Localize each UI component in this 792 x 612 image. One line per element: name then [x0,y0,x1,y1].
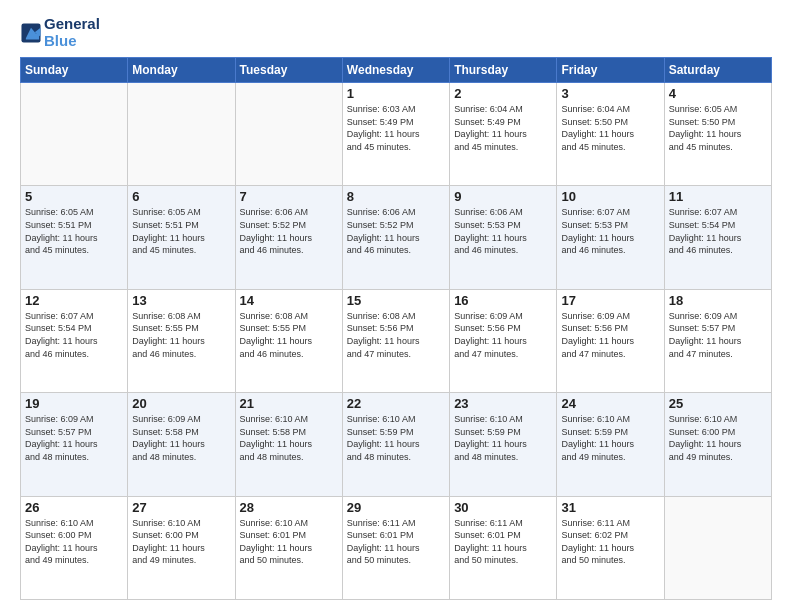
weekday-header-saturday: Saturday [664,58,771,83]
weekday-header-friday: Friday [557,58,664,83]
day-info: Sunrise: 6:11 AM Sunset: 6:01 PM Dayligh… [347,517,445,567]
header: General Blue [20,16,772,49]
calendar-cell [21,83,128,186]
day-info: Sunrise: 6:06 AM Sunset: 5:53 PM Dayligh… [454,206,552,256]
calendar-cell: 28Sunrise: 6:10 AM Sunset: 6:01 PM Dayli… [235,496,342,599]
calendar-cell: 11Sunrise: 6:07 AM Sunset: 5:54 PM Dayli… [664,186,771,289]
day-info: Sunrise: 6:10 AM Sunset: 5:59 PM Dayligh… [561,413,659,463]
calendar-cell: 4Sunrise: 6:05 AM Sunset: 5:50 PM Daylig… [664,83,771,186]
day-number: 16 [454,293,552,308]
day-number: 27 [132,500,230,515]
day-info: Sunrise: 6:10 AM Sunset: 5:59 PM Dayligh… [347,413,445,463]
weekday-header-wednesday: Wednesday [342,58,449,83]
day-number: 1 [347,86,445,101]
calendar-cell: 8Sunrise: 6:06 AM Sunset: 5:52 PM Daylig… [342,186,449,289]
calendar-cell: 30Sunrise: 6:11 AM Sunset: 6:01 PM Dayli… [450,496,557,599]
day-number: 5 [25,189,123,204]
calendar-week-3: 12Sunrise: 6:07 AM Sunset: 5:54 PM Dayli… [21,289,772,392]
calendar-cell: 29Sunrise: 6:11 AM Sunset: 6:01 PM Dayli… [342,496,449,599]
weekday-header-row: SundayMondayTuesdayWednesdayThursdayFrid… [21,58,772,83]
day-number: 9 [454,189,552,204]
page: General Blue SundayMondayTuesdayWednesda… [0,0,792,612]
calendar-cell: 15Sunrise: 6:08 AM Sunset: 5:56 PM Dayli… [342,289,449,392]
day-info: Sunrise: 6:05 AM Sunset: 5:51 PM Dayligh… [25,206,123,256]
calendar-cell: 26Sunrise: 6:10 AM Sunset: 6:00 PM Dayli… [21,496,128,599]
weekday-header-sunday: Sunday [21,58,128,83]
calendar-cell: 16Sunrise: 6:09 AM Sunset: 5:56 PM Dayli… [450,289,557,392]
day-number: 10 [561,189,659,204]
day-number: 15 [347,293,445,308]
day-number: 18 [669,293,767,308]
calendar-cell: 2Sunrise: 6:04 AM Sunset: 5:49 PM Daylig… [450,83,557,186]
day-number: 4 [669,86,767,101]
calendar-cell [664,496,771,599]
day-number: 28 [240,500,338,515]
day-number: 19 [25,396,123,411]
day-info: Sunrise: 6:08 AM Sunset: 5:55 PM Dayligh… [132,310,230,360]
logo: General Blue [20,16,100,49]
day-number: 7 [240,189,338,204]
weekday-header-monday: Monday [128,58,235,83]
calendar-cell: 12Sunrise: 6:07 AM Sunset: 5:54 PM Dayli… [21,289,128,392]
calendar-cell: 3Sunrise: 6:04 AM Sunset: 5:50 PM Daylig… [557,83,664,186]
calendar-cell: 20Sunrise: 6:09 AM Sunset: 5:58 PM Dayli… [128,393,235,496]
calendar-cell: 5Sunrise: 6:05 AM Sunset: 5:51 PM Daylig… [21,186,128,289]
calendar-cell: 1Sunrise: 6:03 AM Sunset: 5:49 PM Daylig… [342,83,449,186]
day-number: 31 [561,500,659,515]
day-info: Sunrise: 6:07 AM Sunset: 5:54 PM Dayligh… [25,310,123,360]
day-info: Sunrise: 6:10 AM Sunset: 5:59 PM Dayligh… [454,413,552,463]
day-info: Sunrise: 6:09 AM Sunset: 5:56 PM Dayligh… [561,310,659,360]
day-number: 14 [240,293,338,308]
calendar-cell: 22Sunrise: 6:10 AM Sunset: 5:59 PM Dayli… [342,393,449,496]
day-number: 25 [669,396,767,411]
day-number: 3 [561,86,659,101]
day-info: Sunrise: 6:09 AM Sunset: 5:58 PM Dayligh… [132,413,230,463]
logo-text: General Blue [44,16,100,49]
day-info: Sunrise: 6:09 AM Sunset: 5:57 PM Dayligh… [25,413,123,463]
day-info: Sunrise: 6:09 AM Sunset: 5:57 PM Dayligh… [669,310,767,360]
day-info: Sunrise: 6:10 AM Sunset: 6:00 PM Dayligh… [132,517,230,567]
day-number: 20 [132,396,230,411]
day-number: 17 [561,293,659,308]
day-number: 12 [25,293,123,308]
day-number: 24 [561,396,659,411]
day-info: Sunrise: 6:05 AM Sunset: 5:50 PM Dayligh… [669,103,767,153]
day-info: Sunrise: 6:06 AM Sunset: 5:52 PM Dayligh… [240,206,338,256]
day-info: Sunrise: 6:10 AM Sunset: 6:01 PM Dayligh… [240,517,338,567]
day-number: 13 [132,293,230,308]
calendar-cell: 10Sunrise: 6:07 AM Sunset: 5:53 PM Dayli… [557,186,664,289]
calendar-week-2: 5Sunrise: 6:05 AM Sunset: 5:51 PM Daylig… [21,186,772,289]
day-info: Sunrise: 6:07 AM Sunset: 5:53 PM Dayligh… [561,206,659,256]
calendar-cell: 14Sunrise: 6:08 AM Sunset: 5:55 PM Dayli… [235,289,342,392]
calendar-cell: 19Sunrise: 6:09 AM Sunset: 5:57 PM Dayli… [21,393,128,496]
day-number: 29 [347,500,445,515]
calendar-cell [128,83,235,186]
calendar-cell: 7Sunrise: 6:06 AM Sunset: 5:52 PM Daylig… [235,186,342,289]
day-info: Sunrise: 6:10 AM Sunset: 5:58 PM Dayligh… [240,413,338,463]
day-info: Sunrise: 6:04 AM Sunset: 5:49 PM Dayligh… [454,103,552,153]
day-number: 21 [240,396,338,411]
day-info: Sunrise: 6:11 AM Sunset: 6:02 PM Dayligh… [561,517,659,567]
calendar-cell: 23Sunrise: 6:10 AM Sunset: 5:59 PM Dayli… [450,393,557,496]
calendar-cell: 31Sunrise: 6:11 AM Sunset: 6:02 PM Dayli… [557,496,664,599]
day-info: Sunrise: 6:10 AM Sunset: 6:00 PM Dayligh… [669,413,767,463]
day-info: Sunrise: 6:07 AM Sunset: 5:54 PM Dayligh… [669,206,767,256]
day-number: 23 [454,396,552,411]
calendar-cell: 6Sunrise: 6:05 AM Sunset: 5:51 PM Daylig… [128,186,235,289]
calendar-cell: 21Sunrise: 6:10 AM Sunset: 5:58 PM Dayli… [235,393,342,496]
calendar-cell: 9Sunrise: 6:06 AM Sunset: 5:53 PM Daylig… [450,186,557,289]
day-number: 30 [454,500,552,515]
calendar-cell [235,83,342,186]
day-info: Sunrise: 6:10 AM Sunset: 6:00 PM Dayligh… [25,517,123,567]
calendar-cell: 25Sunrise: 6:10 AM Sunset: 6:00 PM Dayli… [664,393,771,496]
day-number: 8 [347,189,445,204]
day-number: 2 [454,86,552,101]
day-number: 26 [25,500,123,515]
day-number: 22 [347,396,445,411]
calendar-cell: 13Sunrise: 6:08 AM Sunset: 5:55 PM Dayli… [128,289,235,392]
calendar-week-5: 26Sunrise: 6:10 AM Sunset: 6:00 PM Dayli… [21,496,772,599]
day-info: Sunrise: 6:05 AM Sunset: 5:51 PM Dayligh… [132,206,230,256]
day-info: Sunrise: 6:04 AM Sunset: 5:50 PM Dayligh… [561,103,659,153]
calendar-table: SundayMondayTuesdayWednesdayThursdayFrid… [20,57,772,600]
day-info: Sunrise: 6:06 AM Sunset: 5:52 PM Dayligh… [347,206,445,256]
